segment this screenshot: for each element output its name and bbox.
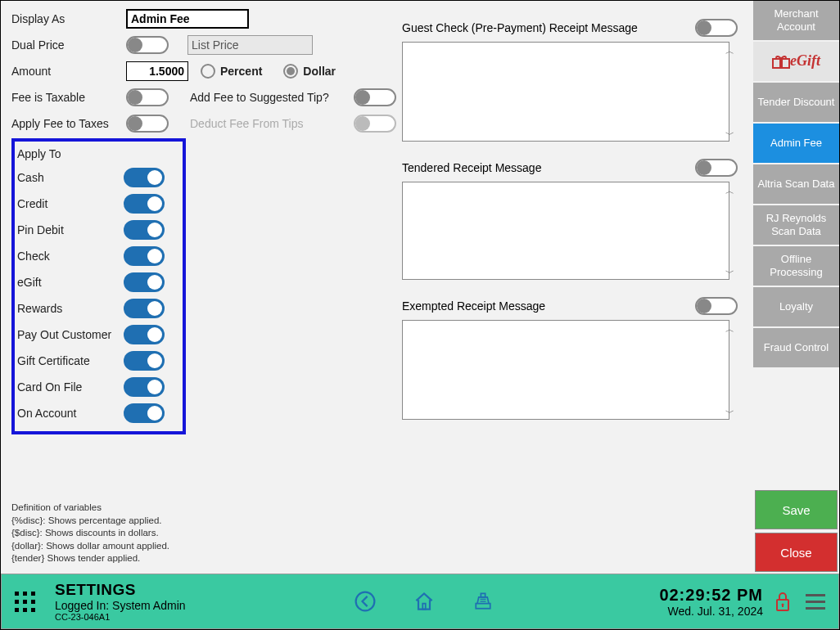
apply-to-egift-toggle[interactable] <box>124 272 165 292</box>
apply-to-onaccount-label: On Account <box>17 407 124 420</box>
guest-msg-toggle[interactable] <box>695 19 738 37</box>
home-icon[interactable] <box>413 590 436 613</box>
apply-to-cash-toggle[interactable] <box>124 168 165 187</box>
menu-icon[interactable] <box>806 594 825 610</box>
amount-label: Amount <box>11 65 126 78</box>
apply-to-check-label: Check <box>17 250 124 263</box>
tendered-msg-label: Tendered Receipt Message <box>402 161 541 174</box>
scroll-up-icon[interactable]: ︿ <box>725 185 734 197</box>
lock-icon[interactable] <box>775 591 791 612</box>
deduct-fee-tips-label: Deduct Fee From Tips <box>190 117 354 130</box>
svg-rect-5 <box>481 593 485 596</box>
display-as-input[interactable] <box>126 9 249 29</box>
footer-title: SETTINGS <box>55 581 186 599</box>
exempted-msg-label: Exempted Receipt Message <box>402 299 545 313</box>
gift-icon <box>772 54 790 69</box>
apply-to-rewards-toggle[interactable] <box>124 299 165 318</box>
apply-to-egift-label: eGift <box>17 276 124 289</box>
tendered-msg-toggle[interactable] <box>695 159 738 177</box>
dollar-radio[interactable]: Dollar <box>283 64 336 79</box>
sidebar-item-fraud[interactable]: Fraud Control <box>753 328 839 367</box>
guest-msg-textarea[interactable] <box>402 42 729 142</box>
apply-to-onaccount-toggle[interactable] <box>124 403 165 423</box>
amount-input[interactable] <box>126 61 188 81</box>
apply-to-credit-label: Credit <box>17 197 124 210</box>
add-fee-tip-toggle[interactable] <box>354 88 396 106</box>
add-fee-tip-label: Add Fee to Suggested Tip? <box>190 91 354 104</box>
svg-point-2 <box>356 592 375 611</box>
scroll-down-icon[interactable]: ﹀ <box>725 128 734 141</box>
apps-grid-icon[interactable] <box>15 592 35 612</box>
display-as-label: Display As <box>11 12 126 25</box>
dual-price-toggle[interactable] <box>126 36 169 54</box>
apply-to-payout-label: Pay Out Customer <box>17 328 124 341</box>
apply-to-rewards-label: Rewards <box>17 302 124 315</box>
dollar-label: Dollar <box>303 65 336 78</box>
logged-in-label: Logged In: <box>55 599 112 612</box>
apply-to-pindebit-toggle[interactable] <box>124 220 165 240</box>
guest-msg-label: Guest Check (Pre-Payment) Receipt Messag… <box>402 21 638 34</box>
exempted-msg-textarea[interactable] <box>402 320 729 420</box>
apply-to-giftcert-toggle[interactable] <box>124 351 165 371</box>
sidebar-item-offline[interactable]: Offline Processing <box>753 246 839 286</box>
apply-fee-taxes-label: Apply Fee to Taxes <box>11 117 126 130</box>
apply-to-check-toggle[interactable] <box>124 246 165 266</box>
save-button[interactable]: Save <box>755 490 838 529</box>
scroll-up-icon[interactable]: ︿ <box>725 323 734 335</box>
apply-to-giftcert-label: Gift Certificate <box>17 354 124 367</box>
register-icon[interactable] <box>472 590 495 613</box>
close-button[interactable]: Close <box>755 533 838 572</box>
exempted-msg-toggle[interactable] <box>695 297 738 315</box>
svg-rect-4 <box>476 604 490 609</box>
sidebar-item-loyalty[interactable]: Loyalty <box>753 287 839 326</box>
definitions: Definition of variables {%disc}: Shows p… <box>11 502 169 565</box>
fee-taxable-toggle[interactable] <box>126 88 169 106</box>
apply-to-pindebit-label: Pin Debit <box>17 223 124 236</box>
deduct-fee-tips-toggle <box>354 115 396 133</box>
tendered-msg-textarea[interactable] <box>402 182 729 280</box>
apply-fee-taxes-toggle[interactable] <box>126 115 169 133</box>
apply-to-payout-toggle[interactable] <box>124 325 165 344</box>
apply-to-cardonfile-label: Card On File <box>17 380 124 394</box>
sidebar-item-altria[interactable]: Altria Scan Data <box>753 164 839 204</box>
clock-time: 02:29:52 PM <box>659 586 763 605</box>
apply-to-box: Apply To Cash Credit Pin Debit Check eGi… <box>11 138 186 434</box>
sidebar-item-admin-fee[interactable]: Admin Fee <box>753 124 839 163</box>
apply-to-cardonfile-toggle[interactable] <box>124 377 165 397</box>
scroll-up-icon[interactable]: ︿ <box>725 45 734 57</box>
sidebar-item-rj[interactable]: RJ Reynolds Scan Data <box>753 205 839 245</box>
apply-to-cash-label: Cash <box>17 171 124 184</box>
apply-to-credit-toggle[interactable] <box>124 194 165 214</box>
scroll-down-icon[interactable]: ﹀ <box>725 267 734 279</box>
sidebar-item-tender[interactable]: Tender Discount <box>753 83 839 122</box>
back-icon[interactable] <box>354 590 377 613</box>
scroll-down-icon[interactable]: ﹀ <box>725 407 734 419</box>
apply-to-header: Apply To <box>17 147 124 160</box>
percent-label: Percent <box>220 65 262 78</box>
logged-in-user: System Admin <box>112 599 185 612</box>
percent-radio[interactable]: Percent <box>201 64 262 79</box>
dual-price-value <box>187 35 313 55</box>
terminal-id: CC-23-046A1 <box>55 612 186 623</box>
sidebar-item-merchant[interactable]: Merchant Account <box>753 1 839 40</box>
fee-taxable-label: Fee is Taxable <box>11 91 126 104</box>
clock-date: Wed. Jul. 31, 2024 <box>659 605 763 618</box>
dual-price-label: Dual Price <box>11 38 126 52</box>
sidebar-item-egift[interactable]: eGift <box>753 42 839 81</box>
